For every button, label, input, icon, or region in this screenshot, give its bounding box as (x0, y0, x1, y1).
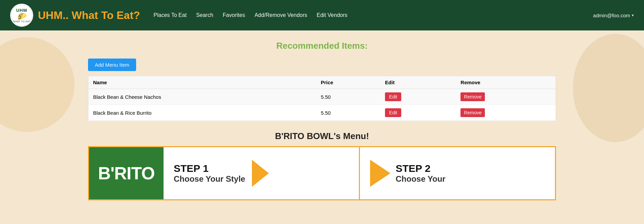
nav-item-search[interactable]: Search (196, 12, 213, 18)
edit-button-0[interactable]: Edit (385, 92, 401, 101)
nav-menu: Places To Eat Search Favorites Add/Remov… (154, 12, 347, 18)
edit-button-1[interactable]: Edit (385, 108, 401, 117)
nav-item-favorites[interactable]: Favorites (223, 12, 245, 18)
step1-sub: Choose Your Style (174, 174, 245, 184)
col-header-price: Price (316, 76, 380, 89)
logo-text-bottom: WHAT TO EAT (13, 20, 30, 23)
step2-arrow-icon (370, 160, 390, 187)
cell-name: Black Bean & Rice Burrito (88, 105, 316, 121)
logo-circle: UHM 🌮 WHAT TO EAT (10, 4, 33, 27)
remove-button-1[interactable]: Remove (460, 108, 485, 117)
table-header-row: Name Price Edit Remove (88, 76, 556, 89)
nav-item-add-vendors[interactable]: Add/Remove Vendors (255, 12, 307, 18)
step1-arrow-icon (252, 160, 269, 187)
cell-edit: Edit (380, 89, 456, 105)
user-dropdown[interactable]: admin@foo.com ▾ (593, 13, 634, 18)
col-header-edit: Edit (380, 76, 456, 89)
step1-label: STEP 1 (174, 163, 245, 174)
cell-price: 5.50 (316, 105, 380, 121)
cell-price: 5.50 (316, 89, 380, 105)
main-content: Recommended Items: Add Menu Item Name Pr… (0, 30, 644, 223)
navbar-right: admin@foo.com ▾ (593, 13, 634, 18)
cell-name: Black Bean & Cheese Nachos (88, 89, 316, 105)
nav-item-places[interactable]: Places To Eat (154, 12, 187, 18)
cell-remove: Remove (456, 89, 556, 105)
brand-link[interactable]: UHM 🌮 WHAT TO EAT UHM.. What To Eat? (10, 4, 140, 27)
navbar: UHM 🌮 WHAT TO EAT UHM.. What To Eat? Pla… (0, 0, 644, 30)
col-header-remove: Remove (456, 76, 556, 89)
col-header-name: Name (88, 76, 316, 89)
dropdown-caret-icon: ▾ (632, 13, 634, 18)
nav-link-edit-vendors[interactable]: Edit Vendors (317, 12, 347, 18)
step2-sub: Choose Your (396, 174, 446, 184)
step2-label: STEP 2 (396, 163, 446, 174)
content-wrapper: Recommended Items: Add Menu Item Name Pr… (0, 30, 644, 210)
logo-taco-icon: 🌮 (17, 13, 26, 20)
add-menu-item-button[interactable]: Add Menu Item (88, 59, 136, 71)
nav-item-edit-vendors[interactable]: Edit Vendors (317, 12, 347, 18)
brito-step1-panel: STEP 1 Choose Your Style (164, 147, 360, 199)
brito-step2-panel: STEP 2 Choose Your (360, 147, 555, 199)
remove-button-0[interactable]: Remove (460, 92, 485, 101)
nav-link-favorites[interactable]: Favorites (223, 12, 245, 18)
nav-link-search[interactable]: Search (196, 12, 213, 18)
table-row: Black Bean & Rice Burrito 5.50 Edit Remo… (88, 105, 556, 121)
brito-brand-text: B'RITO (98, 163, 154, 183)
nav-link-places[interactable]: Places To Eat (154, 12, 187, 18)
user-email: admin@foo.com (593, 13, 630, 18)
cell-edit: Edit (380, 105, 456, 121)
nav-link-add-vendors[interactable]: Add/Remove Vendors (255, 12, 307, 18)
vendor-menu-title: B'RITO BOWL's Menu! (88, 131, 556, 141)
brito-box: B'RITO STEP 1 Choose Your Style STEP 2 C… (88, 146, 556, 200)
brito-left-panel: B'RITO (89, 147, 164, 199)
menu-table: Name Price Edit Remove Black Bean & Chee… (88, 76, 556, 121)
recommended-title: Recommended Items: (88, 41, 556, 51)
table-row: Black Bean & Cheese Nachos 5.50 Edit Rem… (88, 89, 556, 105)
cell-remove: Remove (456, 105, 556, 121)
brand-title: UHM.. What To Eat? (38, 9, 140, 22)
